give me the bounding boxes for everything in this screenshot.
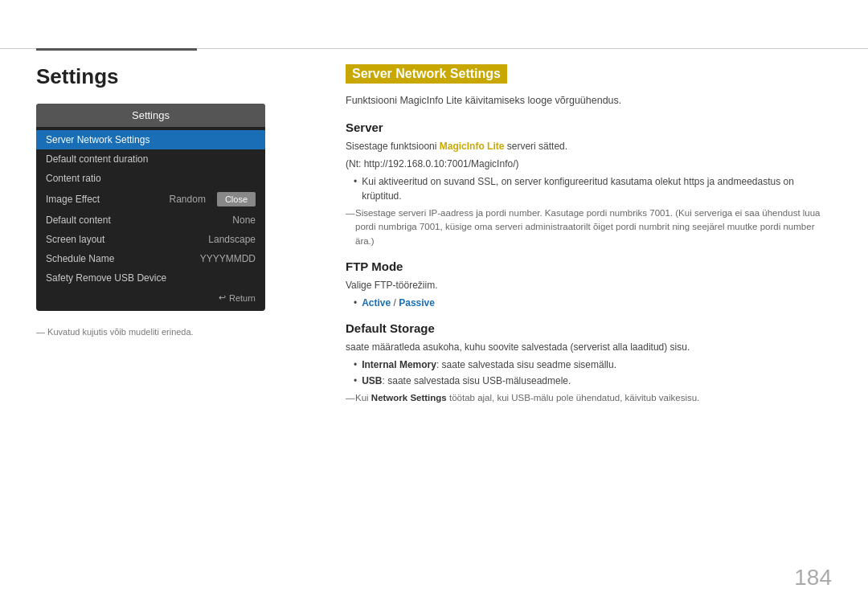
default-content-value: None xyxy=(232,215,256,226)
ftp-mode-section: FTP Mode Valige FTP-töörežiim. Active / … xyxy=(346,260,832,310)
top-accent-line xyxy=(36,48,197,51)
https-text: https xyxy=(683,176,704,187)
server-bullet1: Kui aktiveeritud on suvand SSL, on serve… xyxy=(354,174,832,203)
ftp-active-link: Active xyxy=(362,297,391,309)
menu-item-label: Server Network Settings xyxy=(46,134,149,145)
return-label: Return xyxy=(229,293,256,303)
menu-item-image-effect[interactable]: Image Effect Random Close xyxy=(36,188,265,210)
ftp-mode-heading: FTP Mode xyxy=(346,260,832,273)
image-effect-value: Random xyxy=(170,194,206,205)
menu-item-label: Default content xyxy=(46,215,111,226)
menu-item-content-ratio[interactable]: Content ratio xyxy=(36,169,265,188)
ssl-text: SSL xyxy=(477,176,496,187)
menu-item-default-content-duration[interactable]: Default content duration xyxy=(36,149,265,169)
page-number: 184 xyxy=(794,565,832,591)
ftp-mode-bullet: Active / Passive xyxy=(354,296,832,310)
right-panel: Server Network Settings Funktsiooni Magi… xyxy=(346,64,832,416)
storage-bullet1: Internal Memory: saate salvestada sisu s… xyxy=(354,358,832,372)
left-panel: Settings Settings Server Network Setting… xyxy=(36,64,309,337)
server-section: Server Sisestage funktsiooni MagicInfo L… xyxy=(346,121,832,248)
server-heading: Server xyxy=(346,121,832,134)
network-settings-bold: Network Settings xyxy=(371,393,447,403)
menu-item-server-network[interactable]: Server Network Settings xyxy=(36,130,265,149)
return-row[interactable]: ↩ Return xyxy=(36,288,265,308)
default-storage-line1: saate määratleda asukoha, kuhu soovite s… xyxy=(346,340,832,354)
menu-item-schedule-name[interactable]: Schedule Name YYYYMMDD xyxy=(36,249,265,268)
usb-label: USB xyxy=(362,375,382,386)
settings-box-header: Settings xyxy=(36,104,265,127)
menu-item-label: Safety Remove USB Device xyxy=(46,272,166,284)
ftp-mode-line1: Valige FTP-töörežiim. xyxy=(346,278,832,292)
default-storage-heading: Default Storage xyxy=(346,321,832,335)
storage-note: Kui Network Settings töötab ajal, kui US… xyxy=(346,391,832,405)
menu-item-label: Image Effect xyxy=(46,194,100,205)
page-title: Settings xyxy=(36,64,309,89)
menu-item-label: Schedule Name xyxy=(46,253,114,264)
menu-item-label: Content ratio xyxy=(46,173,101,184)
section-title: Server Network Settings xyxy=(346,64,507,84)
menu-item-safety-remove[interactable]: Safety Remove USB Device xyxy=(36,268,265,288)
close-button[interactable]: Close xyxy=(217,192,256,206)
default-storage-section: Default Storage saate määratleda asukoha… xyxy=(346,321,832,405)
settings-box: Settings Server Network Settings Default… xyxy=(36,104,265,311)
storage-bullet2: USB: saate salvestada sisu USB-mäluseadm… xyxy=(354,374,832,388)
settings-menu: Server Network Settings Default content … xyxy=(36,127,265,311)
server-line2: (Nt: http://192.168.0.10:7001/MagicInfo/… xyxy=(346,157,832,171)
left-panel-note: Kuvatud kujutis võib mudeliti erineda. xyxy=(36,327,309,337)
menu-item-default-content[interactable]: Default content None xyxy=(36,210,265,230)
intro-text: Funktsiooni MagicInfo Lite käivitamiseks… xyxy=(346,95,832,106)
magicinfo-link: MagicInfo Lite xyxy=(399,95,462,106)
return-icon: ↩ xyxy=(219,292,226,303)
ftp-passive-link: Passive xyxy=(399,297,435,309)
menu-item-label: Screen layout xyxy=(46,234,104,245)
menu-item-screen-layout[interactable]: Screen layout Landscape xyxy=(36,230,265,249)
server-note: Sisestage serveri IP-aadress ja pordi nu… xyxy=(346,206,832,248)
screen-layout-value: Landscape xyxy=(208,234,256,245)
internal-memory-label: Internal Memory xyxy=(362,359,436,370)
schedule-name-value: YYYYMMDD xyxy=(200,253,256,264)
server-line1: Sisestage funktsiooni MagicInfo Lite ser… xyxy=(346,139,832,153)
menu-item-label: Default content duration xyxy=(46,153,148,165)
